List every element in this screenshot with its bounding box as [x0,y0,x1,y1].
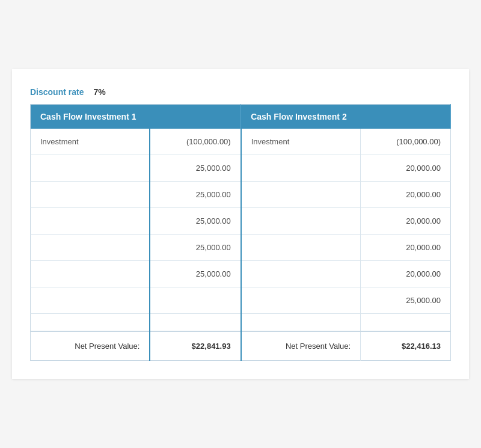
table-row: Investment(100,000.00)Investment(100,000… [31,129,451,155]
row-label2 [241,287,361,314]
row-label2 [241,208,361,235]
discount-value: 7% [93,87,105,97]
col2-header: Cash Flow Investment 2 [241,105,451,129]
table-row: 25,000.0020,000.00 [31,261,451,287]
row-label2 [241,261,361,287]
table-row: 25,000.00 [31,287,451,314]
row-label2 [241,235,361,261]
row-value1 [150,287,240,314]
row-value2: 20,000.00 [361,182,451,208]
row-label1 [31,235,150,261]
row-label1 [31,261,150,287]
row-label1 [31,155,150,182]
col1-header: Cash Flow Investment 1 [31,105,241,129]
row-value1: 25,000.00 [150,208,240,235]
table-row: 25,000.0020,000.00 [31,208,451,235]
npv1-value: $22,841.93 [150,331,240,361]
row-label1 [31,314,150,332]
table-row: 25,000.0020,000.00 [31,155,451,182]
table-row [31,314,451,332]
row-label1: Investment [31,129,150,155]
row-value2: 20,000.00 [361,235,451,261]
npv2-value: $22,416.13 [361,331,451,361]
row-value1: 25,000.00 [150,182,240,208]
npv1-label: Net Present Value: [31,331,150,361]
npv-row: Net Present Value: $22,841.93 Net Presen… [31,331,451,361]
main-container: Discount rate 7% Cash Flow Investment 1 … [12,69,469,379]
table-row: 25,000.0020,000.00 [31,182,451,208]
row-value2: (100,000.00) [361,129,451,155]
table-header-row: Cash Flow Investment 1 Cash Flow Investm… [31,105,451,129]
row-value1: (100,000.00) [150,129,240,155]
row-value2: 20,000.00 [361,155,451,182]
discount-row: Discount rate 7% [30,87,451,97]
cash-flow-table: Cash Flow Investment 1 Cash Flow Investm… [30,104,451,361]
row-value2 [361,314,451,332]
row-value1 [150,314,240,332]
row-label1 [31,287,150,314]
row-label2: Investment [241,129,361,155]
table-row: 25,000.0020,000.00 [31,235,451,261]
row-label2 [241,314,361,332]
row-label2 [241,182,361,208]
row-value2: 25,000.00 [361,287,451,314]
row-value1: 25,000.00 [150,235,240,261]
discount-label: Discount rate [30,87,84,97]
row-value1: 25,000.00 [150,261,240,287]
row-value2: 20,000.00 [361,261,451,287]
row-label1 [31,182,150,208]
npv2-label: Net Present Value: [241,331,361,361]
row-label2 [241,155,361,182]
row-label1 [31,208,150,235]
row-value2: 20,000.00 [361,208,451,235]
row-value1: 25,000.00 [150,155,240,182]
